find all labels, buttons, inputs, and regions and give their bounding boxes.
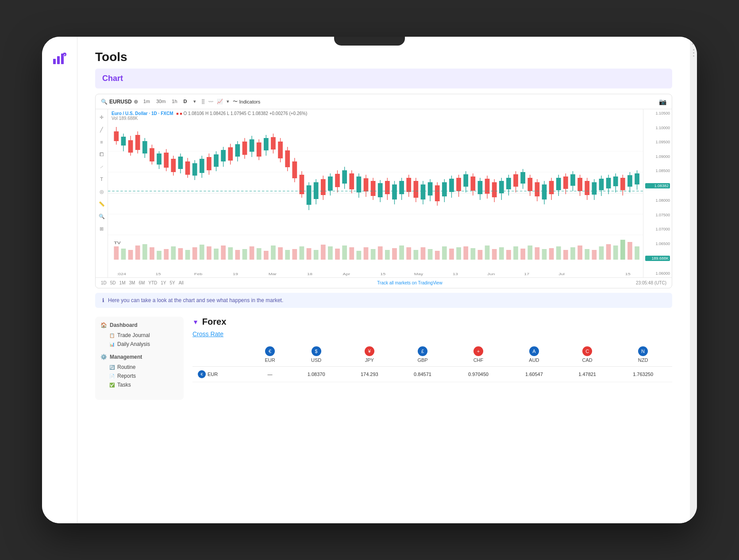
svg-rect-51 [399,245,404,260]
sidebar-item-routine[interactable]: 🔄 Routine [100,363,178,372]
svg-rect-28 [235,250,240,260]
svg-rect-200 [520,172,525,184]
chart-controls: ⣿ 〰 📈 ▾ [201,99,229,104]
svg-rect-88 [121,137,126,146]
svg-text:TV: TV [114,241,121,245]
camera-icon[interactable]: 📷 [659,98,666,105]
svg-rect-67 [513,246,518,260]
svg-text::024: :024 [117,272,126,276]
chart-info-bar: Euro / U.S. Dollar · 1D · FXCM ■ ■ O 1.0… [112,111,307,121]
svg-rect-202 [527,178,532,191]
svg-rect-98 [157,153,162,165]
svg-rect-92 [135,135,140,150]
chart-footer: 1D 5D 1M 3M 6M YTD 1Y 5Y All Track all m… [96,277,672,288]
chart-area-icon[interactable]: 📈 [217,99,223,104]
analysis-icon: 📊 [109,342,115,347]
svg-rect-55 [428,249,433,260]
zoom-tool[interactable]: 🔍 [97,212,106,221]
chart-drawing-tools: ✛ ╱ ≡ ⧠ ⟋ T ◎ 📏 🔍 ⊞ [96,109,108,277]
tradingview-link[interactable]: Track all markets on TradingView [377,280,442,285]
svg-rect-86 [114,131,119,141]
chart-time: 23:05:48 (UTC) [636,280,666,285]
svg-rect-94 [142,141,147,153]
journal-icon: 📋 [109,333,115,338]
svg-rect-176 [435,185,440,201]
svg-rect-222 [599,179,604,190]
svg-rect-14 [135,245,140,260]
svg-rect-216 [577,178,582,191]
svg-text:Jun: Jun [487,272,495,276]
svg-text:Mar: Mar [269,272,277,276]
svg-rect-27 [228,247,233,260]
sidebar-item-tasks[interactable]: ✅ Tasks [100,380,178,389]
more-tools[interactable]: ⊞ [97,224,106,233]
svg-rect-182 [456,178,461,191]
expand-icon[interactable]: ⤢ [692,515,695,520]
svg-rect-45 [357,251,362,260]
svg-rect-220 [592,182,597,195]
eur-flag: € [265,346,275,356]
svg-rect-76 [577,245,582,260]
channels-tool[interactable]: ⧠ [97,150,106,159]
svg-rect-59 [456,247,461,260]
svg-rect-79 [599,246,604,260]
svg-rect-29 [242,249,247,260]
gann-tool[interactable]: ⟋ [97,162,106,171]
svg-rect-39 [314,250,319,260]
chart-lines-icon[interactable]: 〰 [208,99,213,104]
svg-text:↗: ↗ [63,54,65,57]
svg-rect-36 [292,249,297,260]
scrollbar[interactable] [693,49,694,50]
svg-rect-136 [292,161,297,178]
svg-rect-82 [620,240,625,260]
svg-rect-188 [478,181,483,194]
info-bar: ℹ Here you can take a look at the chart … [95,293,672,308]
sidebar-item-trade-journal[interactable]: 📋 Trade Journal [100,331,178,340]
svg-rect-194 [499,181,504,193]
svg-rect-120 [235,144,240,157]
svg-rect-164 [392,184,397,199]
sidebar-item-daily-analysis[interactable]: 📊 Daily Analysis [100,340,178,349]
shapes-tool[interactable]: ◎ [97,187,106,196]
content-area: Tools Chart 🔍 EURUSD ⊕ [77,37,690,523]
svg-rect-172 [421,184,426,199]
line-tool[interactable]: ╱ [97,125,106,134]
svg-rect-158 [371,181,376,196]
svg-rect-60 [463,246,468,260]
chart-symbol[interactable]: 🔍 EURUSD ⊕ [101,99,138,105]
sidebar-item-reports[interactable]: 📄 Reports [100,372,178,380]
svg-text:Feb: Feb [194,272,203,276]
svg-rect-31 [257,248,262,260]
svg-rect-126 [257,142,262,157]
cross-rate-title[interactable]: Cross Rate [192,330,672,338]
svg-rect-96 [150,148,154,161]
scrollbar [693,55,694,57]
svg-rect-44 [349,247,354,260]
cad-flag: C [582,346,592,356]
text-tool[interactable]: T [97,175,106,184]
svg-rect-206 [542,184,547,199]
chart-type-icon[interactable]: ⣿ [201,99,205,104]
chart-toolbar: 🔍 EURUSD ⊕ 1m 30m 1h D ▾ [96,94,672,109]
gear-icon: ⚙️ [100,354,107,360]
minus-icon[interactable]: − [692,40,695,47]
svg-text:Apr: Apr [343,272,350,276]
svg-rect-63 [485,245,490,260]
crosshair-tool[interactable]: ✛ [97,113,106,122]
svg-rect-180 [449,179,454,192]
svg-rect-71 [542,249,547,260]
lines-tool[interactable]: ≡ [97,138,106,146]
svg-rect-30 [250,246,254,260]
svg-rect-184 [463,174,468,187]
svg-rect-134 [285,150,290,167]
svg-rect-22 [192,247,197,260]
svg-rect-83 [627,242,632,260]
indicators-button[interactable]: 〜 Indicators [233,98,261,105]
svg-rect-108 [192,163,197,176]
svg-rect-160 [378,183,383,197]
svg-rect-15 [142,244,147,260]
svg-rect-106 [185,161,190,175]
svg-rect-34 [278,247,283,260]
svg-rect-118 [228,147,233,161]
measure-tool[interactable]: 📏 [97,199,106,208]
